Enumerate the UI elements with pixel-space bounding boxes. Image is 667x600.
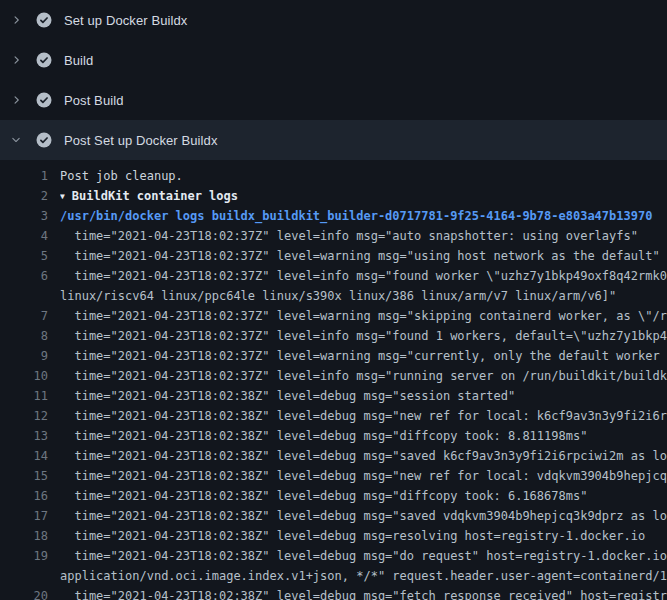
step-header-build[interactable]: Build (0, 40, 667, 80)
step-label: Build (64, 53, 93, 68)
log-line: 13 time="2021-04-23T18:02:38Z" level=deb… (0, 426, 667, 446)
log-text: Post job cleanup. (60, 166, 667, 186)
log-text: linux/riscv64 linux/ppc64le linux/s390x … (60, 286, 667, 306)
chevron-right-icon (8, 12, 24, 28)
line-number[interactable]: 5 (0, 246, 48, 266)
log-line: 14 time="2021-04-23T18:02:38Z" level=deb… (0, 446, 667, 466)
log-line-continuation: linux/riscv64 linux/ppc64le linux/s390x … (0, 286, 667, 306)
log-text: time="2021-04-23T18:02:38Z" level=debug … (60, 446, 667, 466)
command-text: /usr/bin/docker logs buildx_buildkit_bui… (60, 206, 667, 226)
log-line: 17 time="2021-04-23T18:02:38Z" level=deb… (0, 506, 667, 526)
line-number[interactable]: 14 (0, 446, 48, 466)
step-header-post-build[interactable]: Post Build (0, 80, 667, 120)
workflow-log-viewer: Set up Docker BuildxBuildPost BuildPost … (0, 0, 667, 600)
chevron-down-icon (8, 132, 24, 148)
line-number-empty (0, 286, 48, 306)
log-line: 20 time="2021-04-23T18:02:38Z" level=deb… (0, 586, 667, 600)
log-text: time="2021-04-23T18:02:38Z" level=debug … (60, 426, 667, 446)
log-line: 19 time="2021-04-23T18:02:38Z" level=deb… (0, 546, 667, 566)
log-line: 4 time="2021-04-23T18:02:37Z" level=info… (0, 226, 667, 246)
chevron-right-icon (8, 52, 24, 68)
line-number[interactable]: 18 (0, 526, 48, 546)
log-text: application/vnd.oci.image.index.v1+json,… (60, 566, 667, 586)
log-text: time="2021-04-23T18:02:38Z" level=debug … (60, 406, 667, 426)
log-text: time="2021-04-23T18:02:38Z" level=debug … (60, 546, 667, 566)
log-line: 15 time="2021-04-23T18:02:38Z" level=deb… (0, 466, 667, 486)
step-header-set-up-docker-buildx[interactable]: Set up Docker Buildx (0, 0, 667, 40)
line-number[interactable]: 17 (0, 506, 48, 526)
log-text: time="2021-04-23T18:02:38Z" level=debug … (60, 466, 667, 486)
line-number[interactable]: 9 (0, 346, 48, 366)
line-number[interactable]: 20 (0, 586, 48, 600)
log-line: 9 time="2021-04-23T18:02:37Z" level=warn… (0, 346, 667, 366)
step-label: Set up Docker Buildx (64, 13, 187, 28)
log-text: time="2021-04-23T18:02:38Z" level=debug … (60, 506, 667, 526)
log-area: 1Post job cleanup.2▼BuildKit container l… (0, 160, 667, 600)
triangle-down-icon: ▼ (60, 187, 65, 207)
log-text: time="2021-04-23T18:02:38Z" level=debug … (60, 386, 667, 406)
line-number[interactable]: 1 (0, 166, 48, 186)
group-label: BuildKit container logs (72, 189, 238, 203)
step-label: Post Set up Docker Buildx (64, 133, 218, 148)
line-number[interactable]: 6 (0, 266, 48, 286)
line-number[interactable]: 11 (0, 386, 48, 406)
log-line: 11 time="2021-04-23T18:02:38Z" level=deb… (0, 386, 667, 406)
log-line: 2▼BuildKit container logs (0, 186, 667, 206)
step-label: Post Build (64, 93, 124, 108)
line-number[interactable]: 2 (0, 186, 48, 206)
log-text: time="2021-04-23T18:02:37Z" level=info m… (60, 326, 667, 346)
log-text: time="2021-04-23T18:02:37Z" level=warnin… (60, 246, 667, 266)
log-text: time="2021-04-23T18:02:37Z" level=warnin… (60, 306, 667, 326)
log-line: 1Post job cleanup. (0, 166, 667, 186)
log-line: 16 time="2021-04-23T18:02:38Z" level=deb… (0, 486, 667, 506)
log-text: time="2021-04-23T18:02:38Z" level=debug … (60, 486, 667, 506)
check-circle-icon (36, 52, 52, 68)
check-circle-icon (36, 92, 52, 108)
line-number[interactable]: 10 (0, 366, 48, 386)
line-number[interactable]: 4 (0, 226, 48, 246)
check-circle-icon (36, 12, 52, 28)
log-text: time="2021-04-23T18:02:37Z" level=info m… (60, 266, 667, 286)
log-line: 7 time="2021-04-23T18:02:37Z" level=warn… (0, 306, 667, 326)
step-header-post-set-up-docker-buildx[interactable]: Post Set up Docker Buildx (0, 120, 667, 160)
line-number[interactable]: 7 (0, 306, 48, 326)
line-number[interactable]: 3 (0, 206, 48, 226)
log-line: 3/usr/bin/docker logs buildx_buildkit_bu… (0, 206, 667, 226)
log-line: 10 time="2021-04-23T18:02:37Z" level=inf… (0, 366, 667, 386)
log-line-continuation: application/vnd.oci.image.index.v1+json,… (0, 566, 667, 586)
log-text: time="2021-04-23T18:02:37Z" level=warnin… (60, 346, 667, 366)
log-text: time="2021-04-23T18:02:37Z" level=info m… (60, 226, 667, 246)
check-circle-icon (36, 132, 52, 148)
line-number[interactable]: 13 (0, 426, 48, 446)
log-line: 18 time="2021-04-23T18:02:38Z" level=deb… (0, 526, 667, 546)
line-number[interactable]: 8 (0, 326, 48, 346)
line-number[interactable]: 12 (0, 406, 48, 426)
line-number[interactable]: 19 (0, 546, 48, 566)
line-number-empty (0, 566, 48, 586)
log-text: time="2021-04-23T18:02:38Z" level=debug … (60, 526, 667, 546)
log-line: 8 time="2021-04-23T18:02:37Z" level=info… (0, 326, 667, 346)
steps-list: Set up Docker BuildxBuildPost BuildPost … (0, 0, 667, 160)
log-text: time="2021-04-23T18:02:38Z" level=debug … (60, 586, 667, 600)
line-number[interactable]: 16 (0, 486, 48, 506)
log-text: time="2021-04-23T18:02:37Z" level=info m… (60, 366, 667, 386)
log-line: 12 time="2021-04-23T18:02:38Z" level=deb… (0, 406, 667, 426)
group-toggle[interactable]: ▼BuildKit container logs (60, 186, 667, 206)
log-line: 5 time="2021-04-23T18:02:37Z" level=warn… (0, 246, 667, 266)
chevron-right-icon (8, 92, 24, 108)
log-line: 6 time="2021-04-23T18:02:37Z" level=info… (0, 266, 667, 286)
line-number[interactable]: 15 (0, 466, 48, 486)
